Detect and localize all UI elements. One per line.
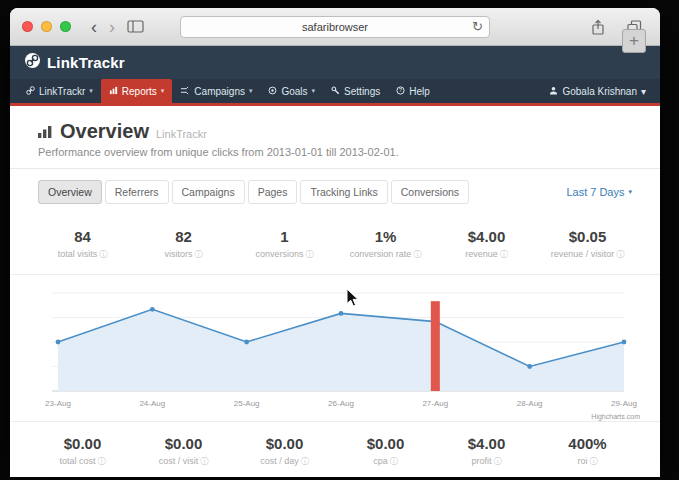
stat-label: roi: [577, 456, 587, 466]
nav-item-help[interactable]: ? Help: [388, 79, 438, 103]
page-brand: LinkTrackr: [156, 128, 207, 140]
stat-value: 82: [133, 228, 234, 245]
stat-value: 84: [32, 228, 133, 245]
line-chart: 23-Aug24-Aug25-Aug26-Aug27-Aug28-Aug29-A…: [28, 283, 640, 415]
tab-tracking-links[interactable]: Tracking Links: [300, 180, 387, 204]
nav-item-goals[interactable]: Goals ▾: [260, 79, 323, 103]
chevron-down-icon: ▾: [312, 87, 316, 95]
nav-item-campaigns[interactable]: Campaigns ▾: [172, 79, 260, 103]
back-button[interactable]: ‹: [85, 18, 103, 36]
stat-visitors: 82 visitorsⓘ: [133, 228, 234, 260]
nav-item-linktrackr[interactable]: LinkTrackr ▾: [18, 79, 101, 103]
info-icon[interactable]: ⓘ: [200, 457, 208, 466]
chevron-down-icon: ▾: [641, 86, 646, 97]
nav-label: LinkTrackr: [39, 86, 85, 97]
stat-cost-visit: $0.00 cost / visitⓘ: [133, 435, 234, 467]
browser-window: ‹ › safaribrowser ↻ + LinkTrackr LinkTr: [10, 8, 660, 477]
stat-label: cost / day: [260, 456, 299, 466]
info-icon[interactable]: ⓘ: [494, 457, 502, 466]
info-icon[interactable]: ⓘ: [413, 250, 421, 259]
stat-cpa: $0.00 cpaⓘ: [335, 435, 436, 467]
info-icon[interactable]: ⓘ: [590, 457, 598, 466]
stat-conversion-rate: 1% conversion rateⓘ: [335, 228, 436, 260]
user-name: Gobala Krishnan: [562, 86, 637, 97]
tab-conversions[interactable]: Conversions: [391, 180, 469, 204]
stat-value: $0.00: [234, 435, 335, 452]
stat-label: total visits: [58, 249, 98, 259]
new-tab-button[interactable]: +: [622, 29, 646, 53]
chart-credit: Highcharts.com: [591, 413, 640, 420]
sidebar-icon[interactable]: [121, 20, 150, 33]
info-icon[interactable]: ⓘ: [301, 457, 309, 466]
stats-row-bottom: $0.00 total costⓘ $0.00 cost / visitⓘ $0…: [10, 421, 660, 477]
chevron-down-icon: ▾: [161, 87, 165, 95]
svg-text:?: ?: [399, 87, 402, 93]
wrench-icon: [331, 86, 340, 97]
stat-label: total cost: [59, 456, 95, 466]
tab-referrers[interactable]: Referrers: [105, 180, 169, 204]
svg-text:23-Aug: 23-Aug: [45, 399, 71, 408]
page-description: Performance overview from unique clicks …: [38, 146, 632, 158]
stat-label: visitors: [164, 249, 192, 259]
stat-total-cost: $0.00 total costⓘ: [32, 435, 133, 467]
share-icon[interactable]: [585, 19, 611, 35]
stat-value: $0.00: [335, 435, 436, 452]
stat-profit: $4.00 profitⓘ: [436, 435, 537, 467]
user-menu[interactable]: Gobala Krishnan ▾: [543, 79, 652, 103]
stat-value: $4.00: [436, 228, 537, 245]
target-icon: [268, 86, 277, 97]
address-bar[interactable]: safaribrowser ↻: [180, 16, 490, 38]
stat-revenue: $4.00 revenueⓘ: [436, 228, 537, 260]
close-window-button[interactable]: [22, 21, 33, 32]
info-icon[interactable]: ⓘ: [195, 250, 203, 259]
main-nav: LinkTrackr ▾ Reports ▾ Campaigns ▾ Goals…: [10, 79, 660, 103]
date-range-selector[interactable]: Last 7 Days ▾: [566, 186, 632, 198]
stat-value: 1%: [335, 228, 436, 245]
date-range-label: Last 7 Days: [566, 186, 624, 198]
stats-row-top: 84 total visitsⓘ 82 visitorsⓘ 1 conversi…: [10, 215, 660, 274]
zoom-window-button[interactable]: [60, 21, 71, 32]
visits-chart: 23-Aug24-Aug25-Aug26-Aug27-Aug28-Aug29-A…: [10, 274, 660, 421]
info-icon[interactable]: ⓘ: [306, 250, 314, 259]
info-icon[interactable]: ⓘ: [616, 250, 624, 259]
forward-button[interactable]: ›: [103, 18, 121, 36]
svg-text:29-Aug: 29-Aug: [611, 399, 637, 408]
app-header: LinkTrackr: [10, 46, 660, 79]
info-icon[interactable]: ⓘ: [98, 457, 106, 466]
stat-label: profit: [471, 456, 491, 466]
stat-value: $4.00: [436, 435, 537, 452]
svg-text:26-Aug: 26-Aug: [328, 399, 354, 408]
tab-overview[interactable]: Overview: [38, 180, 102, 204]
logo-text: LinkTrackr: [47, 54, 125, 71]
browser-chrome: ‹ › safaribrowser ↻: [10, 8, 660, 46]
chevron-down-icon: ▾: [628, 188, 632, 196]
stat-value: $0.00: [32, 435, 133, 452]
chevron-down-icon: ▾: [249, 87, 253, 95]
info-icon[interactable]: ⓘ: [390, 457, 398, 466]
stat-conversions: 1 conversionsⓘ: [234, 228, 335, 260]
refresh-icon[interactable]: ↻: [472, 19, 483, 34]
nav-item-settings[interactable]: Settings: [323, 79, 388, 103]
nav-label: Settings: [344, 86, 380, 97]
nav-label: Campaigns: [194, 86, 245, 97]
info-icon[interactable]: ⓘ: [99, 250, 107, 259]
link-icon: [26, 86, 35, 97]
stat-value: $0.00: [133, 435, 234, 452]
bar-chart-icon: [109, 86, 118, 97]
stat-value: 400%: [537, 435, 638, 452]
svg-text:25-Aug: 25-Aug: [234, 399, 260, 408]
nav-label: Reports: [122, 86, 157, 97]
page-header: Overview LinkTrackr Performance overview…: [10, 106, 660, 169]
svg-text:27-Aug: 27-Aug: [422, 399, 448, 408]
nav-item-reports[interactable]: Reports ▾: [101, 79, 173, 103]
info-icon[interactable]: ⓘ: [500, 250, 508, 259]
minimize-window-button[interactable]: [41, 21, 52, 32]
window-controls: [22, 21, 71, 32]
tab-campaigns[interactable]: Campaigns: [172, 180, 245, 204]
stat-label: cost / visit: [159, 456, 199, 466]
svg-text:28-Aug: 28-Aug: [517, 399, 543, 408]
stat-value: $0.05: [537, 228, 638, 245]
tab-pages[interactable]: Pages: [248, 180, 298, 204]
chevron-down-icon: ▾: [89, 87, 93, 95]
shuffle-icon: [180, 86, 190, 97]
